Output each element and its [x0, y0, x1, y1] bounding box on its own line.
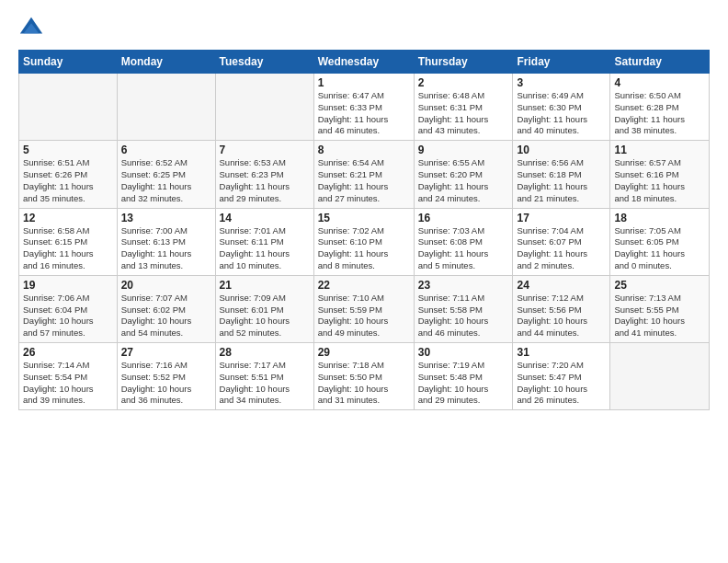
- day-cell: 24Sunrise: 7:12 AM Sunset: 5:56 PM Dayli…: [513, 275, 610, 342]
- day-number: 5: [23, 144, 113, 156]
- day-info: Sunrise: 6:58 AM Sunset: 6:15 PM Dayligh…: [23, 225, 113, 272]
- day-cell: 13Sunrise: 7:00 AM Sunset: 6:13 PM Dayli…: [117, 208, 215, 275]
- day-number: 26: [23, 346, 113, 359]
- day-cell: [19, 74, 118, 141]
- day-cell: 21Sunrise: 7:09 AM Sunset: 6:01 PM Dayli…: [215, 275, 313, 342]
- day-cell: 9Sunrise: 6:55 AM Sunset: 6:20 PM Daylig…: [414, 141, 513, 208]
- day-cell: 6Sunrise: 6:52 AM Sunset: 6:25 PM Daylig…: [117, 141, 215, 208]
- day-cell: 4Sunrise: 6:50 AM Sunset: 6:28 PM Daylig…: [610, 74, 710, 141]
- day-info: Sunrise: 6:50 AM Sunset: 6:28 PM Dayligh…: [614, 90, 705, 137]
- day-cell: [610, 343, 710, 410]
- day-number: 10: [517, 144, 606, 156]
- day-number: 28: [220, 346, 310, 359]
- day-cell: 28Sunrise: 7:17 AM Sunset: 5:51 PM Dayli…: [215, 343, 313, 410]
- day-cell: 25Sunrise: 7:13 AM Sunset: 5:55 PM Dayli…: [610, 275, 710, 342]
- day-info: Sunrise: 6:51 AM Sunset: 6:26 PM Dayligh…: [23, 157, 113, 204]
- day-cell: 18Sunrise: 7:05 AM Sunset: 6:05 PM Dayli…: [610, 208, 710, 275]
- day-number: 24: [517, 279, 606, 292]
- day-number: 23: [418, 279, 509, 292]
- day-cell: [117, 74, 215, 141]
- day-info: Sunrise: 6:47 AM Sunset: 6:33 PM Dayligh…: [318, 90, 410, 137]
- day-number: 20: [121, 279, 211, 292]
- day-cell: 30Sunrise: 7:19 AM Sunset: 5:48 PM Dayli…: [414, 343, 513, 410]
- day-number: 16: [418, 212, 509, 224]
- day-info: Sunrise: 6:55 AM Sunset: 6:20 PM Dayligh…: [418, 157, 509, 204]
- day-number: 1: [318, 76, 410, 89]
- day-number: 30: [418, 346, 509, 359]
- day-number: 2: [418, 76, 509, 89]
- day-cell: 1Sunrise: 6:47 AM Sunset: 6:33 PM Daylig…: [313, 74, 414, 141]
- week-row-5: 26Sunrise: 7:14 AM Sunset: 5:54 PM Dayli…: [19, 343, 710, 410]
- week-row-2: 5Sunrise: 6:51 AM Sunset: 6:26 PM Daylig…: [19, 141, 710, 208]
- day-cell: 7Sunrise: 6:53 AM Sunset: 6:23 PM Daylig…: [215, 141, 313, 208]
- calendar: SundayMondayTuesdayWednesdayThursdayFrid…: [18, 50, 710, 410]
- weekday-header-row: SundayMondayTuesdayWednesdayThursdayFrid…: [19, 51, 710, 74]
- day-cell: 5Sunrise: 6:51 AM Sunset: 6:26 PM Daylig…: [19, 141, 118, 208]
- day-info: Sunrise: 7:02 AM Sunset: 6:10 PM Dayligh…: [318, 225, 410, 272]
- day-cell: 3Sunrise: 6:49 AM Sunset: 6:30 PM Daylig…: [513, 74, 610, 141]
- day-info: Sunrise: 6:52 AM Sunset: 6:25 PM Dayligh…: [121, 157, 211, 204]
- day-info: Sunrise: 7:19 AM Sunset: 5:48 PM Dayligh…: [418, 360, 509, 407]
- day-number: 22: [318, 279, 410, 292]
- day-number: 4: [614, 76, 705, 89]
- day-number: 31: [517, 346, 606, 359]
- day-info: Sunrise: 7:20 AM Sunset: 5:47 PM Dayligh…: [517, 360, 606, 407]
- weekday-tuesday: Tuesday: [215, 51, 313, 74]
- day-info: Sunrise: 7:11 AM Sunset: 5:58 PM Dayligh…: [418, 293, 509, 339]
- day-info: Sunrise: 7:04 AM Sunset: 6:07 PM Dayligh…: [517, 225, 606, 272]
- day-info: Sunrise: 6:48 AM Sunset: 6:31 PM Dayligh…: [418, 90, 509, 137]
- day-cell: 16Sunrise: 7:03 AM Sunset: 6:08 PM Dayli…: [414, 208, 513, 275]
- day-cell: [215, 74, 313, 141]
- logo-icon: [18, 15, 44, 40]
- day-number: 21: [220, 279, 310, 292]
- day-cell: 17Sunrise: 7:04 AM Sunset: 6:07 PM Dayli…: [513, 208, 610, 275]
- day-cell: 11Sunrise: 6:57 AM Sunset: 6:16 PM Dayli…: [610, 141, 710, 208]
- day-number: 12: [23, 212, 113, 224]
- day-info: Sunrise: 7:18 AM Sunset: 5:50 PM Dayligh…: [318, 360, 410, 407]
- day-info: Sunrise: 7:14 AM Sunset: 5:54 PM Dayligh…: [23, 360, 113, 407]
- day-cell: 31Sunrise: 7:20 AM Sunset: 5:47 PM Dayli…: [513, 343, 610, 410]
- day-info: Sunrise: 7:09 AM Sunset: 6:01 PM Dayligh…: [220, 293, 310, 339]
- day-number: 13: [121, 212, 211, 224]
- day-number: 18: [614, 212, 705, 224]
- day-number: 17: [517, 212, 606, 224]
- day-info: Sunrise: 7:16 AM Sunset: 5:52 PM Dayligh…: [121, 360, 211, 407]
- weekday-friday: Friday: [513, 51, 610, 74]
- day-info: Sunrise: 6:53 AM Sunset: 6:23 PM Dayligh…: [220, 157, 310, 204]
- day-number: 7: [220, 144, 310, 156]
- day-number: 6: [121, 144, 211, 156]
- day-number: 9: [418, 144, 509, 156]
- day-info: Sunrise: 6:49 AM Sunset: 6:30 PM Dayligh…: [517, 90, 606, 137]
- weekday-sunday: Sunday: [19, 51, 118, 74]
- day-number: 29: [318, 346, 410, 359]
- day-cell: 29Sunrise: 7:18 AM Sunset: 5:50 PM Dayli…: [313, 343, 414, 410]
- day-cell: 15Sunrise: 7:02 AM Sunset: 6:10 PM Dayli…: [313, 208, 414, 275]
- day-info: Sunrise: 6:54 AM Sunset: 6:21 PM Dayligh…: [318, 157, 410, 204]
- day-cell: 19Sunrise: 7:06 AM Sunset: 6:04 PM Dayli…: [19, 275, 118, 342]
- day-info: Sunrise: 7:07 AM Sunset: 6:02 PM Dayligh…: [121, 293, 211, 339]
- header: [18, 15, 710, 40]
- week-row-1: 1Sunrise: 6:47 AM Sunset: 6:33 PM Daylig…: [19, 74, 710, 141]
- day-number: 15: [318, 212, 410, 224]
- day-number: 8: [318, 144, 410, 156]
- day-number: 27: [121, 346, 211, 359]
- day-info: Sunrise: 7:12 AM Sunset: 5:56 PM Dayligh…: [517, 293, 606, 339]
- weekday-saturday: Saturday: [610, 51, 710, 74]
- day-cell: 8Sunrise: 6:54 AM Sunset: 6:21 PM Daylig…: [313, 141, 414, 208]
- day-cell: 2Sunrise: 6:48 AM Sunset: 6:31 PM Daylig…: [414, 74, 513, 141]
- weekday-wednesday: Wednesday: [313, 51, 414, 74]
- day-info: Sunrise: 7:06 AM Sunset: 6:04 PM Dayligh…: [23, 293, 113, 339]
- day-info: Sunrise: 7:00 AM Sunset: 6:13 PM Dayligh…: [121, 225, 211, 272]
- day-info: Sunrise: 7:13 AM Sunset: 5:55 PM Dayligh…: [614, 293, 705, 339]
- day-info: Sunrise: 7:05 AM Sunset: 6:05 PM Dayligh…: [614, 225, 705, 272]
- day-number: 11: [614, 144, 705, 156]
- day-cell: 27Sunrise: 7:16 AM Sunset: 5:52 PM Dayli…: [117, 343, 215, 410]
- day-number: 14: [220, 212, 310, 224]
- day-cell: 10Sunrise: 6:56 AM Sunset: 6:18 PM Dayli…: [513, 141, 610, 208]
- day-info: Sunrise: 7:17 AM Sunset: 5:51 PM Dayligh…: [220, 360, 310, 407]
- day-cell: 20Sunrise: 7:07 AM Sunset: 6:02 PM Dayli…: [117, 275, 215, 342]
- week-row-4: 19Sunrise: 7:06 AM Sunset: 6:04 PM Dayli…: [19, 275, 710, 342]
- weekday-monday: Monday: [117, 51, 215, 74]
- day-info: Sunrise: 7:03 AM Sunset: 6:08 PM Dayligh…: [418, 225, 509, 272]
- day-cell: 26Sunrise: 7:14 AM Sunset: 5:54 PM Dayli…: [19, 343, 118, 410]
